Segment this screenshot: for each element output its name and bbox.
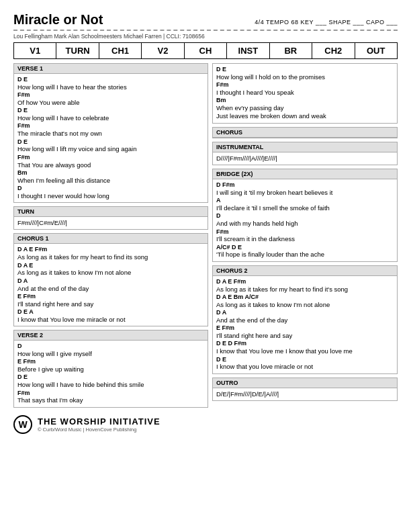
nav-ch2[interactable]: CH2 — [312, 43, 355, 58]
v2c-chord2: F#m — [216, 81, 394, 89]
v1-lyric6: That You are always good — [17, 161, 204, 169]
turn-body: F#m////|C#m/E////| — [14, 217, 208, 229]
turn-section: TURN F#m////|C#m/E////| — [13, 206, 208, 230]
turn-line1: F#m////|C#m/E////| — [17, 219, 204, 227]
chorus1-body: D A E F#m As long as it takes for my hea… — [14, 244, 208, 326]
v2c-lyric2: I thought I heard You speak — [216, 89, 394, 97]
nav-ch1[interactable]: CH1 — [99, 43, 142, 58]
v1-chord4: F#m — [17, 122, 204, 130]
chorus2-header: CHORUS 2 — [213, 266, 397, 276]
v1-chord7: Bm — [17, 169, 204, 177]
v2-chord2: E F#m — [17, 358, 204, 365]
chorus-label-section: CHORUS — [212, 127, 398, 138]
v2-lyric3: How long will I have to hide behind this… — [17, 381, 204, 389]
chorus1-header: CHORUS 1 — [14, 234, 208, 244]
br-chord3: D — [216, 212, 394, 220]
br-chord5: A/C# D E — [216, 244, 394, 251]
nav-inst[interactable]: INST — [227, 43, 269, 58]
verse2-header: VERSE 2 — [14, 330, 208, 341]
br-lyric1: I will sing it 'til my broken heart beli… — [216, 189, 394, 197]
v1-lyric7: When I'm feeling all this distance — [17, 177, 204, 185]
chorus1-section: CHORUS 1 D A E F#m As long as it takes f… — [13, 233, 208, 326]
v1-lyric5: How long will I lift my voice and sing a… — [17, 145, 204, 153]
verse1-header: VERSE 1 — [14, 64, 208, 74]
ch1-chord2: D A E — [17, 262, 204, 269]
instrumental-header: INSTRUMENTAL — [213, 142, 397, 152]
ch1-lyric2: As long as it takes to know I'm not alon… — [17, 269, 204, 277]
v1-chord8: D — [17, 185, 204, 192]
nav-ch[interactable]: CH — [185, 43, 227, 58]
ch2-lyric3: And at the end of the day — [216, 316, 394, 324]
v2-lyric2: Before I give up waiting — [17, 365, 204, 373]
v1-chord3: D E — [17, 107, 204, 114]
v1-lyric1: How long will I have to hear the stories — [17, 83, 204, 91]
bridge-section: BRIDGE (2X) D F#m I will sing it 'til my… — [212, 169, 398, 262]
ch2-chord5: D E D F#m — [216, 340, 394, 347]
ch2-lyric6: I know that you love miracle or not — [216, 363, 394, 371]
v2c-lyric3: When ev'ry passing day — [216, 104, 394, 112]
br-lyric5: 'Til hope is finally louder than the ach… — [216, 251, 394, 259]
logo-icon: W — [13, 415, 32, 434]
v1-chord6: F#m — [17, 154, 204, 161]
ch1-chord3: D A — [17, 277, 204, 285]
song-meta: 4/4 TEMPO 68 KEY ___ SHAPE ___ CAPO ___ — [255, 19, 398, 26]
br-chord2: A — [216, 197, 394, 204]
instrumental-section: INSTRUMENTAL D////|F#m////|A////|E////| — [212, 142, 398, 165]
v2-chord1: D — [17, 343, 204, 350]
ch2-chord2: D A E Bm A/C# — [216, 294, 394, 301]
nav-bar: V1 TURN CH1 V2 CH INST BR CH2 OUT — [13, 42, 398, 59]
nav-v2[interactable]: V2 — [142, 43, 184, 58]
verse1-section: VERSE 1 D E How long will I have to hear… — [13, 63, 208, 203]
chorus2-body: D A E F#m As long as it takes for my hea… — [213, 276, 397, 373]
ch1-lyric4: I'll stand right here and say — [17, 300, 204, 308]
br-lyric4: I'll scream it in the darkness — [216, 235, 394, 243]
inst-line1: D////|F#m////|A////|E////| — [216, 154, 394, 163]
nav-v1[interactable]: V1 — [14, 43, 56, 58]
br-chord1: D F#m — [216, 181, 394, 189]
credits: Lou Fellingham Mark Alan Schoolmeesters … — [13, 33, 398, 40]
br-lyric2: I'll declare it 'til I smell the smoke o… — [216, 204, 394, 212]
nav-br[interactable]: BR — [270, 43, 312, 58]
verse1-body: D E How long will I have to hear the sto… — [14, 74, 208, 202]
header-divider — [13, 30, 398, 31]
ch2-chord4: E F#m — [216, 324, 394, 332]
br-chord4: F#m — [216, 228, 394, 236]
chorus-label: CHORUS — [213, 128, 397, 138]
v2-chord3: D E — [17, 373, 204, 381]
bridge-body: D F#m I will sing it 'til my broken hear… — [213, 179, 397, 261]
v2-lyric4: That says that I'm okay — [17, 396, 204, 404]
verse2-body: D How long will I give myself E F#m Befo… — [14, 341, 208, 407]
instrumental-body: D////|F#m////|A////|E////| — [213, 152, 397, 165]
ch2-chord1: D A E F#m — [216, 278, 394, 285]
verse2-cont-body: D E How long will I hold on to the promi… — [213, 64, 397, 123]
verse2-cont-section: D E How long will I hold on to the promi… — [212, 63, 398, 124]
chorus2-section: CHORUS 2 D A E F#m As long as it takes f… — [212, 265, 398, 374]
v1-lyric4: The miracle that's not my own — [17, 130, 204, 138]
ch1-chord5: D E A — [17, 308, 204, 316]
ch1-lyric1: As long as it takes for my heart to find… — [17, 253, 204, 261]
ch2-lyric4: I'll stand right here and say — [216, 332, 394, 340]
v2c-chord1: D E — [216, 66, 394, 73]
v2c-lyric4: Just leaves me broken down and weak — [216, 112, 394, 120]
nav-out[interactable]: OUT — [355, 43, 397, 58]
logo-name: THE WORSHIP INITIATIVE — [38, 416, 161, 427]
verse2-section: VERSE 2 D How long will I give myself E … — [13, 330, 208, 408]
ch2-lyric1: As long as it takes for my heart to find… — [216, 285, 394, 294]
outro-section: OUTRO D/E/|F#m////|D/E/|A////| — [212, 378, 398, 401]
ch1-lyric3: And at the end of the day — [17, 285, 204, 293]
v2-lyric1: How long will I give myself — [17, 350, 204, 358]
nav-turn[interactable]: TURN — [56, 43, 99, 58]
outro-header: OUTRO — [213, 378, 397, 388]
ch2-lyric5: I know that You love me I know that you … — [216, 347, 394, 355]
ch1-lyric5: I know that You love me miracle or not — [17, 316, 204, 324]
outro-body: D/E/|F#m////|D/E/|A////| — [213, 388, 397, 400]
song-title: Miracle or Not — [13, 12, 103, 28]
v1-lyric8: I thought I never would how long — [17, 192, 204, 200]
ch2-lyric2: As long as it takes to know I'm not alon… — [216, 301, 394, 309]
v1-chord2: F#m — [17, 91, 204, 99]
v1-chord5: D E — [17, 138, 204, 146]
right-column: D E How long will I hold on to the promi… — [212, 63, 398, 411]
br-lyric3: And with my hands held high — [216, 220, 394, 228]
v1-chord1: D E — [17, 76, 204, 83]
bridge-header: BRIDGE (2X) — [213, 169, 397, 179]
